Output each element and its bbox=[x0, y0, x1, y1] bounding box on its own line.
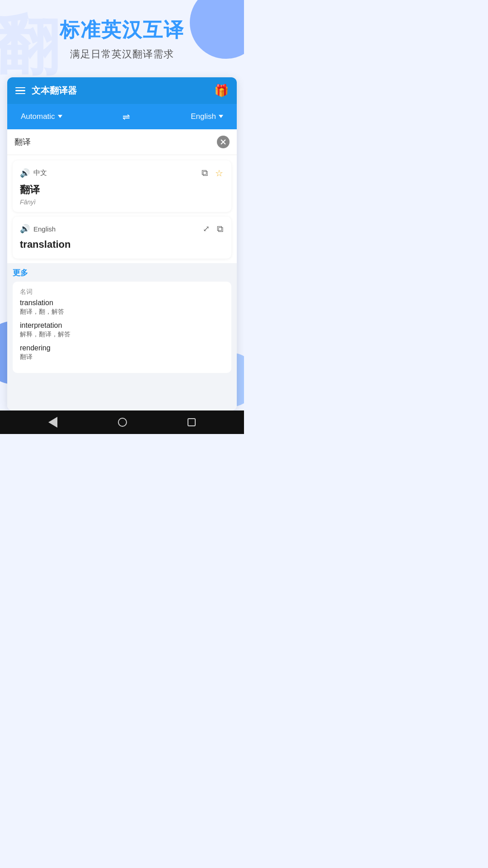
more-item-1-zh: 翻译，翻，解答 bbox=[20, 308, 224, 316]
app-card: 文本翻译器 🎁 Automatic ⇌ English 翻译 bbox=[7, 77, 237, 410]
copy-english-button[interactable]: ⧉ bbox=[216, 223, 224, 235]
chinese-result-card: 🔊 中文 ⧉ ☆ 翻译 Fānyì bbox=[13, 160, 231, 212]
more-item-1-en: translation bbox=[20, 299, 224, 307]
more-item-2-zh: 解释，翻译，解答 bbox=[20, 330, 224, 339]
english-result-text: translation bbox=[20, 239, 224, 250]
english-result-actions: ⤢ ⧉ bbox=[202, 223, 224, 235]
target-lang-arrow-icon bbox=[219, 115, 223, 118]
language-bar: Automatic ⇌ English bbox=[7, 104, 237, 129]
more-item-1: translation 翻译，翻，解答 bbox=[20, 299, 224, 316]
back-icon bbox=[48, 417, 57, 428]
english-lang-label: English bbox=[33, 225, 56, 233]
nav-recents-button[interactable] bbox=[184, 415, 199, 430]
english-result-lang: 🔊 English bbox=[20, 224, 56, 234]
recents-icon bbox=[188, 418, 196, 426]
home-icon bbox=[118, 418, 127, 427]
source-lang-arrow-icon bbox=[58, 115, 62, 118]
target-lang-label: English bbox=[191, 112, 216, 121]
open-english-button[interactable]: ⤢ bbox=[202, 223, 211, 235]
more-item-3-zh: 翻译 bbox=[20, 353, 224, 361]
more-section: 更多 名词 translation 翻译，翻，解答 interpretation… bbox=[7, 263, 237, 410]
copy-chinese-button[interactable]: ⧉ bbox=[201, 167, 209, 179]
english-speaker-icon[interactable]: 🔊 bbox=[20, 224, 30, 234]
more-item-3: rendering 翻译 bbox=[20, 344, 224, 361]
swap-languages-button[interactable]: ⇌ bbox=[118, 108, 135, 125]
chinese-result-lang: 🔊 中文 bbox=[20, 168, 47, 178]
more-label: 更多 bbox=[13, 268, 231, 278]
more-item-2-en: interpretation bbox=[20, 321, 224, 330]
input-section: 翻译 bbox=[7, 129, 237, 155]
app-title: 文本翻译器 bbox=[32, 85, 77, 97]
source-lang-label: Automatic bbox=[21, 112, 55, 121]
english-result-card: 🔊 English ⤢ ⧉ translation bbox=[13, 217, 231, 259]
hero-subtitle: 满足日常英汉翻译需求 bbox=[9, 47, 235, 61]
more-card: 名词 translation 翻译，翻，解答 interpretation 解释… bbox=[13, 282, 231, 373]
chinese-result-actions: ⧉ ☆ bbox=[201, 167, 224, 179]
noun-label: 名词 bbox=[20, 288, 224, 296]
more-item-3-en: rendering bbox=[20, 344, 224, 352]
gift-icon[interactable]: 🎁 bbox=[214, 84, 229, 98]
nav-back-button[interactable] bbox=[45, 413, 61, 431]
hero-section: 标准英汉互译 满足日常英汉翻译需求 bbox=[0, 0, 244, 70]
input-text[interactable]: 翻译 bbox=[14, 137, 217, 147]
chinese-lang-label: 中文 bbox=[33, 169, 47, 177]
chinese-result-pinyin: Fānyì bbox=[20, 198, 224, 206]
app-header: 文本翻译器 🎁 bbox=[7, 77, 237, 104]
clear-input-button[interactable] bbox=[217, 136, 230, 148]
star-chinese-button[interactable]: ☆ bbox=[214, 167, 224, 179]
chinese-speaker-icon[interactable]: 🔊 bbox=[20, 168, 30, 178]
hamburger-icon bbox=[15, 87, 25, 94]
hero-title: 标准英汉互译 bbox=[9, 18, 235, 42]
chinese-result-text: 翻译 bbox=[20, 183, 224, 197]
nav-home-button[interactable] bbox=[114, 414, 131, 430]
more-item-2: interpretation 解释，翻译，解答 bbox=[20, 321, 224, 339]
menu-button[interactable] bbox=[15, 87, 25, 94]
source-lang-button[interactable]: Automatic bbox=[16, 109, 67, 124]
bottom-nav bbox=[0, 410, 244, 434]
target-lang-button[interactable]: English bbox=[186, 109, 228, 124]
